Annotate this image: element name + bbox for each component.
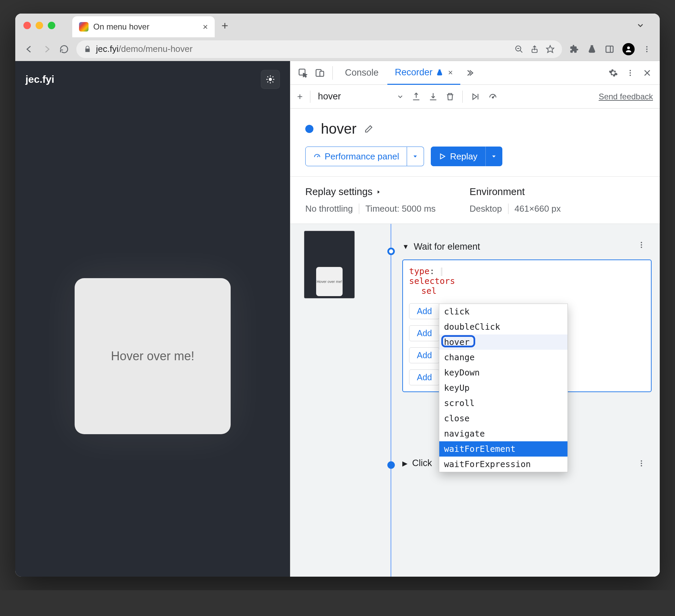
zoom-out-icon[interactable] (515, 45, 523, 54)
zoom-window[interactable] (48, 22, 55, 29)
env-device: Desktop (469, 204, 508, 214)
tab-console[interactable]: Console (338, 61, 386, 84)
prop-type-key: type (409, 266, 429, 276)
step-node[interactable] (387, 248, 395, 255)
add-button[interactable]: Add (409, 369, 440, 385)
side-panel-icon[interactable] (605, 44, 614, 54)
svg-point-10 (646, 51, 648, 52)
browser-tab[interactable]: On menu hover × (72, 16, 215, 37)
tab-recorder-label: Recorder (395, 67, 432, 78)
import-icon[interactable] (428, 92, 438, 101)
hover-card-text: Hover over me! (111, 349, 194, 363)
export-icon[interactable] (411, 92, 421, 101)
url-path: /demo/menu-hover (118, 44, 192, 54)
disclosure-triangle-icon[interactable]: ▶ (402, 459, 407, 467)
bookmark-star-icon[interactable] (546, 45, 555, 54)
ac-option-doubleclick[interactable]: doubleClick (439, 319, 567, 334)
step-wait-for-element: ▼ Wait for element type: selectors sel A… (402, 237, 652, 392)
replay-settings-heading[interactable]: Replay settings (305, 186, 436, 197)
recording-select[interactable]: hover (318, 91, 404, 102)
more-tabs-icon[interactable] (462, 65, 477, 81)
profile-avatar[interactable] (622, 43, 635, 55)
ac-option-click[interactable]: click (439, 304, 567, 319)
disclosure-triangle-icon[interactable]: ▼ (402, 243, 409, 251)
devtools-close-icon[interactable] (639, 65, 655, 81)
slow-replay-icon[interactable] (488, 92, 498, 101)
performance-panel-button[interactable]: Performance panel (305, 147, 407, 166)
close-window[interactable] (23, 22, 31, 29)
ac-option-hover[interactable]: hover (439, 334, 567, 350)
svg-point-9 (646, 49, 648, 50)
tab-console-label: Console (345, 68, 379, 78)
text-cursor (441, 268, 442, 276)
labs-flask-icon[interactable] (587, 44, 597, 54)
svg-rect-22 (320, 71, 324, 76)
forward-button[interactable] (42, 44, 52, 54)
timeline: Hover over me! ▼ Wait for element t (290, 224, 660, 577)
window-controls (23, 22, 55, 29)
svg-point-40 (641, 244, 642, 246)
hover-card[interactable]: Hover over me! (75, 278, 231, 434)
step-title-text: Wait for element (414, 242, 480, 252)
settings-gear-icon[interactable] (605, 65, 621, 81)
add-button[interactable]: Add (409, 347, 440, 363)
step-menu-icon[interactable] (637, 459, 652, 467)
replay-button[interactable]: Replay (431, 147, 485, 166)
ac-option-navigate[interactable]: navigate (439, 426, 567, 441)
ac-option-change[interactable]: change (439, 350, 567, 365)
svg-point-24 (630, 72, 631, 74)
tab-overflow-icon[interactable] (636, 21, 645, 30)
svg-point-44 (641, 465, 642, 466)
devtools-menu-icon[interactable] (622, 65, 638, 81)
close-panel-icon[interactable]: × (448, 68, 453, 77)
address-bar[interactable]: jec.fyi/demo/menu-hover (76, 40, 562, 58)
ac-option-keydown[interactable]: keyDown (439, 365, 567, 380)
step-over-icon[interactable] (470, 92, 480, 101)
throttling-value: No throttling (305, 204, 359, 214)
replay-dropdown[interactable] (485, 147, 502, 166)
type-autocomplete: click doubleClick hover change keyDown k… (439, 304, 568, 472)
minimize-window[interactable] (36, 22, 43, 29)
add-button[interactable]: Add (409, 303, 440, 319)
share-icon[interactable] (530, 45, 539, 54)
step-node[interactable] (387, 461, 395, 469)
new-tab-button[interactable]: + (221, 19, 228, 32)
back-button[interactable] (24, 44, 34, 54)
thumb-text: Hover over me! (316, 280, 342, 284)
delete-icon[interactable] (445, 92, 455, 101)
edit-title-icon[interactable] (364, 124, 373, 134)
menu-kebab-icon[interactable] (643, 45, 651, 53)
new-recording-button[interactable]: + (297, 91, 303, 102)
reload-button[interactable] (59, 44, 69, 54)
performance-panel-dropdown[interactable] (407, 147, 424, 166)
step-thumbnail[interactable]: Hover over me! (304, 231, 355, 299)
replay-settings: Replay settings No throttling Timeout: 5… (290, 177, 660, 224)
svg-point-42 (641, 460, 642, 462)
ac-option-close[interactable]: close (439, 411, 567, 426)
device-mode-icon[interactable] (312, 65, 328, 81)
svg-marker-4 (546, 45, 554, 53)
ac-option-waitforexpression[interactable]: waitForExpression (439, 457, 567, 472)
send-feedback-link[interactable]: Send feedback (599, 92, 653, 101)
titlebar: On menu hover × + (15, 14, 660, 37)
recording-select-label: hover (318, 91, 391, 102)
step-title-row[interactable]: ▼ Wait for element (402, 237, 652, 256)
ac-option-scroll[interactable]: scroll (439, 396, 567, 411)
extensions-icon[interactable] (570, 44, 579, 54)
recording-header: hover Performance panel (290, 109, 660, 177)
add-button[interactable]: Add (409, 325, 440, 341)
step-menu-icon[interactable] (631, 241, 652, 249)
highlight-ring (441, 335, 475, 347)
inspect-icon[interactable] (295, 65, 311, 81)
prop-sel-key: sel (421, 286, 437, 296)
theme-toggle-button[interactable] (261, 70, 280, 89)
step-editor[interactable]: type: selectors sel Add Add Add Add clic… (402, 259, 652, 392)
ac-option-keyup[interactable]: keyUp (439, 380, 567, 396)
tab-recorder[interactable]: Recorder × (387, 61, 460, 85)
svg-marker-38 (378, 190, 380, 193)
svg-line-16 (267, 76, 268, 77)
ac-option-waitforelement[interactable]: waitForElement (439, 441, 567, 457)
svg-point-8 (646, 46, 648, 47)
close-tab-icon[interactable]: × (203, 22, 208, 32)
replay-settings-label: Replay settings (305, 186, 372, 197)
